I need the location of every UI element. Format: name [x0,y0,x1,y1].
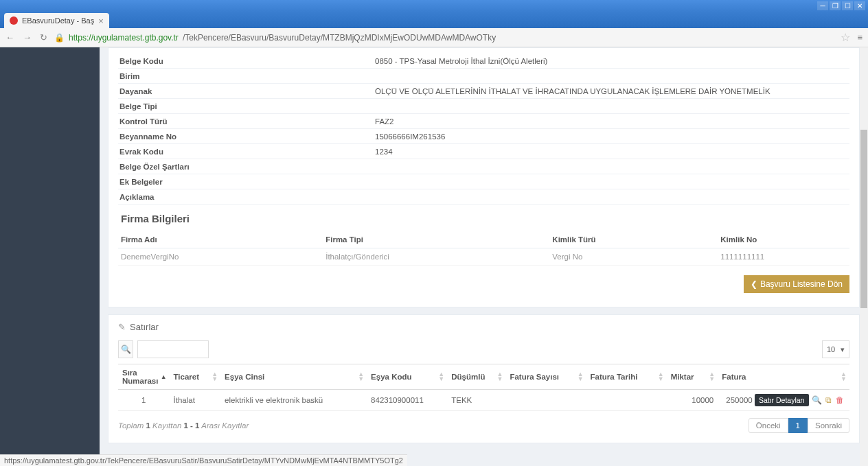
copy-icon: ⧉ [825,395,832,405]
detail-row: Ek Belgeler [118,174,849,189]
detail-value [371,99,849,113]
th-fatura-sayisi[interactable]: Fatura Sayısı▲▼ [505,364,586,390]
firma-section-title: Firma Bilgileri [121,213,849,224]
cell-fatura-value: 250000 [726,396,752,404]
window-minimize-button[interactable]: ─ [817,1,828,10]
firma-th-tip: Firma Tipi [323,231,549,248]
lock-icon: 🔒 [54,33,65,43]
tab-title: EBasvuruDetay - Baş [22,16,94,25]
th-fatura-tarihi[interactable]: Fatura Tarihi▲▼ [586,364,667,390]
browser-menu-icon[interactable]: ≡ [857,32,863,43]
page-size-select[interactable]: 10 ▾ [822,340,849,358]
th-dusumlu[interactable]: Düşümlü▲▼ [447,364,505,390]
detail-value: FAZ2 [371,114,849,128]
table-row: 1İthalatelektrikli ve elektronik baskü84… [118,390,849,411]
detail-row: Birim [118,69,849,84]
row-detail-button[interactable]: 🔍 [811,395,822,406]
zoom-icon: 🔍 [812,395,822,405]
detail-value: 15066666IM261536 [371,129,849,143]
back-to-list-button[interactable]: ❮ Başvuru Listesine Dön [744,275,849,293]
detail-value: 1234 [371,144,849,159]
th-sira[interactable]: Sıra Numarası▲ [118,364,170,390]
detail-row: Belge Tipi [118,99,849,114]
detail-row: Açıklama [118,189,849,205]
satirlar-portlet: ✎ Satırlar 🔍 10 ▾ [108,314,860,443]
bookmark-star-icon[interactable]: ☆ [841,31,850,44]
chevron-down-icon: ▾ [841,345,845,354]
cell-fatura-sayisi [505,390,586,411]
window-titlebar: ─ ❐ ☐ ✕ [0,0,868,12]
tab-close-icon[interactable]: × [98,16,104,26]
scrollbar-thumb[interactable] [860,130,867,308]
search-button[interactable]: 🔍 [118,340,133,358]
th-ticaret[interactable]: Ticaret▲▼ [170,364,221,390]
vertical-scrollbar[interactable] [860,47,868,466]
row-delete-button[interactable]: 🗑 [834,395,845,406]
satirlar-grid: Sıra Numarası▲ Ticaret▲▼ Eşya Cinsi▲▼ Eş… [118,364,849,411]
nav-reload-icon[interactable]: ↻ [40,32,47,43]
nav-forward-icon[interactable]: → [23,32,32,43]
cell-fatura: 250000 Satır Detayları🔍⧉🗑 [718,390,849,411]
th-miktar[interactable]: Miktar▲▼ [667,364,718,390]
firma-kimlik-turu: Vergi No [549,248,718,266]
firma-table: Firma Adı Firma Tipi Kimlik Türü Kimlik … [118,231,849,266]
cell-sira: 1 [118,390,170,411]
th-esya-kodu[interactable]: Eşya Kodu▲▼ [367,364,447,390]
firma-ad: DenemeVergiNo [118,248,323,266]
firma-kimlik-no: 1111111111 [718,248,849,266]
satirlar-title: Satırlar [130,322,159,332]
detail-portlet: Belge Kodu0850 - TPS-Yasal Metroloji İth… [108,47,860,307]
window-maximize-button[interactable]: ☐ [842,1,853,10]
detail-label: Belge Kodu [118,54,371,68]
detail-label: Kontrol Türü [118,114,371,128]
cell-miktar: 10000 [667,390,718,411]
detail-row: Beyanname No15066666IM261536 [118,129,849,144]
detail-label: Birim [118,69,371,83]
detail-label: Evrak Kodu [118,144,371,159]
search-icon: 🔍 [121,345,131,354]
detail-value: 0850 - TPS-Yasal Metroloji İthal İzni(Öl… [371,54,849,68]
firma-th-ad: Firma Adı [118,231,323,248]
url-host: https://uygulamatest.gtb.gov.tr [69,33,179,43]
detail-label: Beyanname No [118,129,371,143]
detail-label: Dayanak [118,84,371,98]
th-esya-cinsi[interactable]: Eşya Cinsi▲▼ [220,364,367,390]
nav-back-icon[interactable]: ← [5,32,14,43]
cell-dusumlu: TEKK [447,390,505,411]
row-copy-button[interactable]: ⧉ [823,395,834,406]
detail-value [371,174,849,189]
cell-ticaret: İthalat [170,390,221,411]
chevron-left-icon: ❮ [751,279,757,289]
browser-tab[interactable]: EBasvuruDetay - Baş × [4,13,109,28]
content-area: Belge Kodu0850 - TPS-Yasal Metroloji İth… [100,47,868,466]
pager: Önceki 1 Sonraki [749,418,849,433]
detail-label: Belge Tipi [118,99,371,113]
search-input[interactable] [137,340,209,358]
detail-value [371,159,849,174]
detail-row: Belge Kodu0850 - TPS-Yasal Metroloji İth… [118,54,849,69]
firma-row: DenemeVergiNoİthalatçı/GöndericiVergi No… [118,248,849,266]
back-button-label: Başvuru Listesine Dön [760,279,843,289]
trash-icon: 🗑 [836,395,844,405]
browser-statusbar: https://uygulamatest.gtb.gov.tr/TekPence… [0,454,407,466]
pager-page-1[interactable]: 1 [788,418,808,433]
address-bar[interactable]: 🔒 https://uygulamatest.gtb.gov.tr/TekPen… [54,33,834,43]
detail-value [371,189,849,204]
window-close-button[interactable]: ✕ [854,1,865,10]
pager-next[interactable]: Sonraki [808,418,849,433]
pager-prev[interactable]: Önceki [749,418,788,433]
browser-toolbar: ← → ↻ 🔒 https://uygulamatest.gtb.gov.tr/… [0,28,868,47]
sidebar [0,47,100,466]
firma-th-kimlik-turu: Kimlik Türü [549,231,718,248]
detail-row: Belge Özel Şartları [118,159,849,174]
detail-row: DayanakÖLÇÜ VE ÖLÇÜ ALETLERİNİN İTHALAT … [118,84,849,99]
browser-tabstrip: EBasvuruDetay - Baş × [0,12,868,28]
detail-value [371,69,849,83]
cell-fatura-tarihi [586,390,667,411]
row-detail-tooltip: Satır Detayları [755,394,809,406]
th-fatura[interactable]: Fatura▲▼ [718,364,849,390]
detail-label: Ek Belgeler [118,174,371,189]
grid-info: Toplam 1 Kayıttan 1 - 1 Arası Kayıtlar [118,421,249,430]
window-restore-button[interactable]: ❐ [830,1,841,10]
page-size-value: 10 [827,345,835,353]
